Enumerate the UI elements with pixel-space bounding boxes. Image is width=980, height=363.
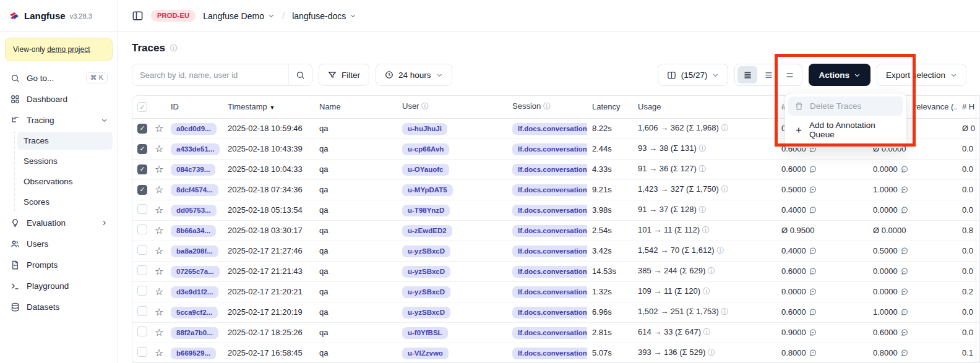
star-icon[interactable]: ☆	[155, 266, 163, 276]
time-range-button[interactable]: 24 hours	[376, 64, 452, 86]
column-header-session[interactable]: Session ⓘ	[507, 96, 587, 118]
sidebar-item-evaluation[interactable]: Evaluation	[5, 213, 113, 232]
sidebar-item-playground[interactable]: Playground	[5, 276, 113, 295]
trace-id-badge[interactable]: 8b66a34...	[171, 225, 216, 237]
sidebar-toggle-icon[interactable]	[132, 10, 144, 22]
user-id-badge[interactable]: u-OYauofc	[402, 164, 449, 176]
trace-id-badge[interactable]: 88f2a7b0...	[171, 327, 218, 339]
trace-id-badge[interactable]: 8dcf4574...	[171, 184, 218, 196]
column-header-latency[interactable]: Latency	[587, 96, 633, 118]
user-id-badge[interactable]: u-yzSBxcD	[402, 246, 450, 257]
demo-project-link[interactable]: demo project	[47, 45, 90, 54]
trace-id-badge[interactable]: b669529...	[171, 348, 216, 359]
session-id-badge[interactable]: lf.docs.conversation...	[512, 327, 587, 339]
table-row[interactable]: ☆ba8a208f...2025-02-17 21:27:46qau-yzSBx…	[132, 241, 980, 261]
search-input[interactable]	[132, 64, 288, 85]
session-id-badge[interactable]: lf.docs.conversation...	[512, 184, 587, 196]
row-checkbox[interactable]: ✓	[137, 164, 147, 174]
star-icon[interactable]: ☆	[155, 307, 163, 317]
menu-item-add-to-annotation-queue[interactable]: Add to Annotation Queue	[788, 116, 903, 144]
user-id-badge[interactable]: u-yzSBxcD	[402, 266, 450, 278]
session-id-badge[interactable]: lf.docs.conversation...	[512, 266, 587, 278]
star-icon[interactable]: ☆	[155, 348, 163, 358]
star-icon[interactable]: ☆	[155, 205, 163, 215]
filter-button[interactable]: Filter	[319, 64, 369, 86]
session-id-badge[interactable]: lf.docs.conversation...	[512, 348, 587, 359]
session-id-badge[interactable]: lf.docs.conversation...	[512, 286, 587, 298]
row-height-medium-button[interactable]	[759, 66, 778, 83]
session-id-badge[interactable]: lf.docs.conversation...	[512, 123, 587, 135]
select-all-checkbox[interactable]: ✓	[137, 102, 147, 112]
row-checkbox[interactable]	[137, 224, 147, 234]
menu-item-delete-traces[interactable]: Delete Traces	[788, 96, 903, 116]
session-id-badge[interactable]: lf.docs.conversation...	[512, 143, 587, 155]
column-header-id[interactable]: ID	[166, 96, 223, 118]
star-icon[interactable]: ☆	[155, 286, 163, 297]
user-id-badge[interactable]: u-MYpDAT5	[402, 184, 453, 196]
column-header-timestamp[interactable]: Timestamp ▼	[223, 96, 314, 118]
user-id-badge[interactable]: u-T98YnzD	[402, 205, 450, 216]
table-row[interactable]: ☆d3e9d1f2...2025-02-17 21:20:21qau-yzSBx…	[132, 281, 980, 302]
row-checkbox[interactable]	[137, 327, 147, 336]
row-checkbox[interactable]	[137, 306, 147, 316]
column-header-name[interactable]: Name	[314, 96, 397, 118]
sidebar-item-traces[interactable]: Traces	[17, 132, 113, 150]
user-id-badge[interactable]: u-VlZzvwo	[402, 348, 449, 359]
table-row[interactable]: ☆88f2a7b0...2025-02-17 18:25:26qau-f0YfB…	[132, 322, 980, 343]
table-row[interactable]: ☆8b66a34...2025-02-18 03:30:17qau-zEwdED…	[132, 220, 980, 241]
actions-button[interactable]: Actions	[809, 64, 870, 86]
sidebar-item-dashboard[interactable]: Dashboard	[5, 90, 113, 108]
columns-button[interactable]: (15/27)	[658, 64, 729, 86]
trace-id-badge[interactable]: a433de51...	[171, 143, 220, 155]
user-id-badge[interactable]: u-yzSBxcD	[402, 307, 450, 318]
session-id-badge[interactable]: lf.docs.conversation...	[512, 205, 587, 216]
row-checkbox[interactable]	[137, 245, 147, 255]
user-id-badge[interactable]: u-zEwdED2	[402, 225, 452, 237]
table-row[interactable]: ✓☆8dcf4574...2025-02-18 07:34:36qau-MYpD…	[132, 179, 980, 200]
star-icon[interactable]: ☆	[155, 164, 163, 174]
table-row[interactable]: ✓☆084c739...2025-02-18 10:04:33qau-OYauo…	[132, 159, 980, 179]
trace-id-badge[interactable]: d3e9d1f2...	[171, 286, 218, 298]
table-row[interactable]: ☆5cca9cf2...2025-02-17 21:20:19qau-yzSBx…	[132, 302, 980, 322]
org-breadcrumb[interactable]: Langfuse Demo	[203, 11, 275, 21]
search-submit-button[interactable]	[288, 64, 312, 85]
star-icon[interactable]: ☆	[155, 123, 163, 134]
table-row[interactable]: ☆dd05753...2025-02-18 05:13:54qau-T98Ynz…	[132, 200, 980, 220]
column-header-last[interactable]: # H	[957, 96, 976, 118]
row-height-small-button[interactable]	[737, 66, 757, 83]
row-height-large-button[interactable]	[780, 66, 799, 83]
trace-id-badge[interactable]: ba8a208f...	[171, 246, 218, 257]
export-selection-button[interactable]: Export selection	[877, 64, 966, 86]
sidebar-item-tracing[interactable]: Tracing	[5, 111, 113, 129]
row-checkbox[interactable]	[137, 347, 147, 357]
trace-id-badge[interactable]: dd05753...	[171, 205, 217, 216]
table-row[interactable]: ☆b669529...2025-02-17 16:58:45qau-VlZzvw…	[132, 343, 980, 363]
column-header-user[interactable]: User ⓘ	[397, 96, 507, 118]
column-header-relevance[interactable]: relevance (...	[909, 96, 957, 118]
session-id-badge[interactable]: lf.docs.conversation...	[512, 225, 587, 237]
star-icon[interactable]: ☆	[155, 184, 163, 195]
row-checkbox[interactable]	[137, 204, 147, 214]
star-icon[interactable]: ☆	[155, 327, 163, 338]
star-icon[interactable]: ☆	[155, 246, 163, 256]
sidebar-item-prompts[interactable]: Prompts	[5, 255, 113, 274]
row-checkbox[interactable]: ✓	[137, 185, 147, 195]
row-checkbox[interactable]	[137, 265, 147, 275]
session-id-badge[interactable]: lf.docs.conversation...	[512, 246, 587, 257]
column-header-usage[interactable]: Usage	[633, 96, 776, 118]
star-icon[interactable]: ☆	[155, 225, 163, 236]
sidebar-item-sessions[interactable]: Sessions	[17, 152, 113, 170]
sidebar-item-observations[interactable]: Observations	[17, 173, 113, 190]
trace-id-badge[interactable]: 084c739...	[171, 164, 215, 176]
session-id-badge[interactable]: lf.docs.conversation...	[512, 164, 587, 176]
user-id-badge[interactable]: u-huJhuJi	[402, 123, 447, 135]
user-id-badge[interactable]: u-f0YfBSL	[402, 327, 448, 339]
trace-id-badge[interactable]: 5cca9cf2...	[171, 307, 218, 318]
star-icon[interactable]: ☆	[155, 143, 163, 154]
table-row[interactable]: ☆07265c7a...2025-02-17 21:21:43qau-yzSBx…	[132, 261, 980, 281]
trace-id-badge[interactable]: 07265c7a...	[171, 266, 220, 278]
sidebar-item-datasets[interactable]: Datasets	[5, 297, 113, 316]
goto-search[interactable]: Go to... ⌘ K	[5, 69, 113, 87]
sidebar-item-scores[interactable]: Scores	[17, 193, 113, 211]
trace-id-badge[interactable]: a0cd0d9...	[171, 123, 217, 135]
